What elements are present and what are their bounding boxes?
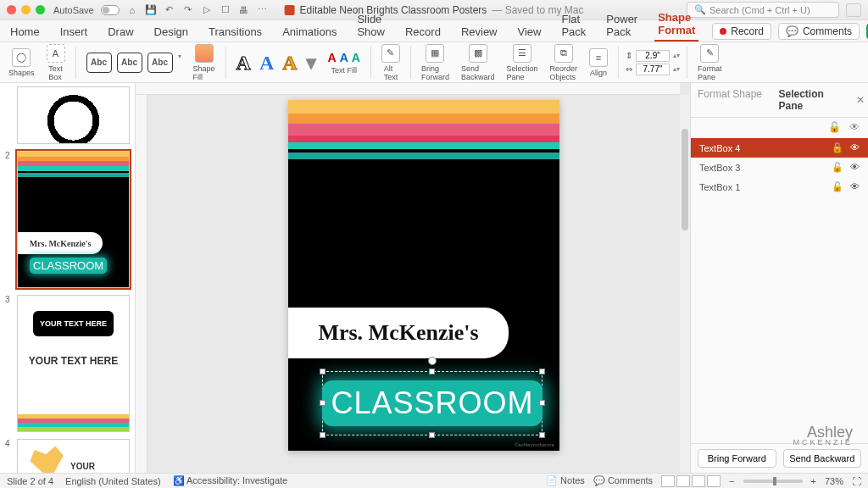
search-input[interactable]: 🔍 Search (Cmd + Ctrl + U) [687, 2, 839, 18]
list-item[interactable]: TextBox 1 🔓👁 [691, 177, 868, 197]
reorder-objects-button[interactable]: ⧉ Reorder Objects [547, 44, 581, 81]
textbox-button[interactable]: A Text Box [43, 44, 69, 81]
vertical-scrollbar[interactable] [680, 95, 690, 473]
tab-insert[interactable]: Insert [57, 22, 92, 42]
zoom-slider[interactable] [743, 480, 803, 483]
style-preset-1[interactable]: Abc [86, 53, 112, 73]
undo-icon[interactable]: ↶ [164, 4, 175, 16]
stepper-icon[interactable]: ▴▾ [673, 52, 680, 59]
eye-icon[interactable]: 👁 [850, 181, 860, 192]
eye-icon[interactable]: 👁 [850, 162, 860, 173]
zoom-out-icon[interactable]: − [729, 476, 734, 486]
thumb-3[interactable]: 3 YOUR TEXT HEREYOUR TEXT HERE [5, 295, 130, 432]
shape-fill-button[interactable]: Shape Fill [190, 44, 219, 81]
send-backward-button[interactable]: ▩ Send Backward [458, 44, 498, 81]
thumb-1[interactable] [5, 86, 130, 144]
show-all-icon[interactable]: 👁 [849, 121, 860, 133]
tab-view[interactable]: View [515, 22, 545, 42]
send-backward-button[interactable]: Send Backward [783, 449, 862, 468]
lock-icon[interactable]: 🔓 [832, 142, 843, 153]
wordart-a-blue-icon[interactable]: A [259, 52, 274, 75]
bring-forward-button[interactable]: Bring Forward [698, 449, 776, 468]
style-preset-2[interactable]: Abc [117, 53, 142, 73]
tab-draw[interactable]: Draw [104, 22, 136, 42]
save-icon[interactable]: 💾 [145, 4, 157, 16]
zoom-value[interactable]: 73% [825, 476, 843, 486]
lock-icon[interactable]: 🔓 [832, 181, 843, 192]
teacher-name-textbox[interactable]: Mrs. McKenzie's [288, 308, 509, 358]
slide-canvas[interactable]: Mrs. McKenzie's CLASSROOM ©ashleymckenzi… [136, 83, 690, 473]
shapes-button[interactable]: ◯ Shapes [5, 48, 38, 77]
alt-text-button[interactable]: ✎ Alt Text [378, 44, 403, 81]
accessibility-indicator[interactable]: ♿ Accessibility: Investigate [173, 475, 288, 486]
ribbon-toggle-icon[interactable] [846, 3, 861, 17]
home-icon[interactable]: ⌂ [126, 4, 138, 16]
print-icon[interactable]: 🖶 [238, 4, 250, 16]
style-preset-3[interactable]: Abc [147, 53, 173, 73]
close-window-icon[interactable] [7, 5, 16, 14]
slide[interactable]: Mrs. McKenzie's CLASSROOM ©ashleymckenzi… [288, 100, 559, 451]
autosave-toggle[interactable] [101, 5, 120, 15]
comments-button[interactable]: 💬Comments [778, 23, 860, 40]
height-field[interactable] [636, 50, 670, 62]
selection-pane-button[interactable]: ☰ Selection Pane [504, 44, 542, 81]
tab-power-pack[interactable]: Power Pack [603, 9, 641, 42]
stepper-icon[interactable]: ▴▾ [673, 65, 680, 73]
resize-handle[interactable] [320, 432, 326, 438]
format-pane-button[interactable]: ✎ Format Pane [694, 44, 726, 81]
slide-thumbnails[interactable]: 2 Mrs. McKenzie'sCLASSROOM 3 YOUR TEXT H… [0, 83, 136, 473]
more-icon[interactable]: ⋯ [257, 4, 269, 16]
record-button[interactable]: Record [712, 23, 771, 40]
lock-all-icon[interactable]: 🔓 [828, 121, 841, 133]
wordart-a-orange-icon[interactable]: A [282, 52, 297, 75]
tab-home[interactable]: Home [7, 22, 43, 42]
tab-shape-format[interactable]: Shape Format [654, 8, 698, 42]
touch-icon[interactable]: ☐ [220, 4, 231, 16]
rotate-handle[interactable] [428, 357, 437, 365]
list-item[interactable]: TextBox 3 🔓👁 [691, 158, 868, 177]
tab-review[interactable]: Review [458, 22, 501, 42]
resize-handle[interactable] [539, 400, 545, 406]
width-field[interactable] [636, 64, 670, 75]
chevron-down-icon[interactable]: ▾ [178, 53, 181, 73]
tab-animations[interactable]: Animations [279, 22, 340, 42]
comments-status-button[interactable]: 💬 Comments [593, 475, 653, 486]
format-shape-tab[interactable]: Format Shape [691, 83, 772, 117]
eye-icon[interactable]: 👁 [850, 142, 860, 153]
bring-forward-button[interactable]: ▦ Bring Forward [418, 44, 453, 81]
fit-slide-icon[interactable]: ⛶ [852, 476, 861, 486]
selection-pane-tab[interactable]: Selection Pane [772, 83, 854, 117]
slide-indicator[interactable]: Slide 2 of 4 [7, 476, 53, 486]
classroom-textbox-selected[interactable]: CLASSROOM [322, 371, 542, 435]
sorter-view-icon[interactable] [676, 475, 690, 487]
thumb-4[interactable]: 4 YOUR [5, 439, 130, 473]
resize-handle[interactable] [320, 369, 326, 374]
slideshow-view-icon[interactable] [707, 475, 721, 487]
normal-view-icon[interactable] [661, 475, 675, 487]
close-pane-icon[interactable]: ✕ [853, 83, 868, 117]
wordart-a-outline-icon[interactable]: A [236, 52, 251, 75]
resize-handle[interactable] [539, 369, 545, 374]
resize-handle[interactable] [539, 432, 545, 438]
resize-handle[interactable] [429, 432, 435, 438]
fullscreen-window-icon[interactable] [36, 5, 45, 14]
chevron-down-icon[interactable]: ▾ [306, 51, 316, 75]
tab-design[interactable]: Design [151, 22, 192, 42]
thumb-2[interactable]: 2 Mrs. McKenzie'sCLASSROOM [5, 151, 130, 288]
language-indicator[interactable]: English (United States) [65, 476, 161, 486]
list-item[interactable]: TextBox 4 🔓👁 [691, 138, 868, 158]
play-icon[interactable]: ▷ [201, 4, 213, 16]
scrollbar-thumb[interactable] [682, 129, 688, 230]
wordart-styles[interactable]: A A A ▾ [233, 51, 320, 75]
text-fill-button[interactable]: AAA Text Fill [325, 51, 364, 75]
redo-icon[interactable]: ↷ [182, 4, 194, 16]
tab-record[interactable]: Record [402, 22, 444, 42]
minimize-window-icon[interactable] [21, 5, 31, 14]
notes-button[interactable]: 📄 Notes [546, 475, 585, 486]
shape-styles[interactable]: Abc Abc Abc ▾ [83, 53, 185, 73]
zoom-in-icon[interactable]: + [811, 476, 816, 486]
lock-icon[interactable]: 🔓 [832, 162, 843, 173]
tab-transitions[interactable]: Transitions [205, 22, 265, 42]
resize-handle[interactable] [320, 400, 326, 406]
align-button[interactable]: ≡ Align [586, 48, 611, 77]
